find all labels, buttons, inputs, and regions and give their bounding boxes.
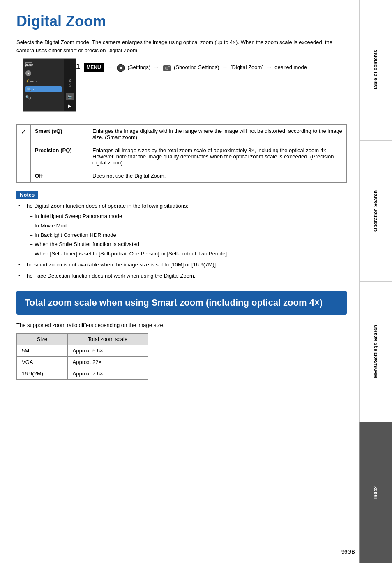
check-cell xyxy=(17,144,31,169)
table-row: VGA Approx. 22× xyxy=(17,357,148,368)
notes-label: Notes xyxy=(16,191,38,199)
option-name: Smart (sQ) xyxy=(31,125,88,144)
desired-mode: desired mode xyxy=(274,64,307,70)
size-cell: VGA xyxy=(17,357,68,368)
page-title: Digital Zoom xyxy=(16,12,347,30)
svg-point-8 xyxy=(166,67,168,69)
settings-label: (Settings) xyxy=(127,64,150,70)
camera-icon xyxy=(162,63,171,72)
list-item: In Backlight Correction HDR mode xyxy=(30,231,347,240)
notes-list: The Digital Zoom function does not opera… xyxy=(16,202,347,280)
option-description: Enlarges the image digitally within the … xyxy=(88,125,347,144)
svg-rect-9 xyxy=(165,65,168,66)
supported-text: The supported zoom ratio differs dependi… xyxy=(16,322,347,328)
section2-header: Total zoom scale when using Smart zoom (… xyxy=(16,291,347,315)
table-row: Off Does not use the Digital Zoom. xyxy=(17,169,347,183)
svg-rect-3 xyxy=(119,69,122,70)
svg-rect-10 xyxy=(168,66,170,67)
options-table: ✓ Smart (sQ) Enlarges the image digitall… xyxy=(16,124,347,183)
size-header: Size xyxy=(17,334,68,345)
check-cell xyxy=(17,169,31,183)
check-cell: ✓ xyxy=(17,125,31,144)
table-row: 5M Approx. 5.6× xyxy=(17,345,148,357)
table-header-row: Size Total zoom scale xyxy=(17,334,148,345)
settings-icon xyxy=(116,63,125,72)
list-item: The Digital Zoom function does not opera… xyxy=(18,202,347,258)
sidebar-tab-index[interactable]: Index xyxy=(359,422,392,563)
option-description: Does not use the Digital Zoom. xyxy=(88,169,347,183)
option-name: Off xyxy=(31,169,88,183)
option-description: Enlarges all image sizes by the total zo… xyxy=(88,144,347,169)
sidebar-tab-table-of-contents[interactable]: Table of contents xyxy=(359,0,392,141)
step-1-content: 1 MENU → (Settings) → xyxy=(76,63,347,72)
table-row: 16:9(2M) Approx. 7.6× xyxy=(17,368,148,380)
menu-icon-box: MENU xyxy=(84,63,103,72)
table-row: ✓ Smart (sQ) Enlarges the image digitall… xyxy=(17,125,347,144)
table-row: Precision (PQ) Enlarges all image sizes … xyxy=(17,144,347,169)
zoom-table: Size Total zoom scale 5M Approx. 5.6× VG… xyxy=(16,333,148,380)
list-item: When [Self-Timer] is set to [Self-portra… xyxy=(30,250,347,258)
list-item: In Intelligent Sweep Panorama mode xyxy=(30,212,347,221)
zoom-cell: Approx. 5.6× xyxy=(67,345,148,357)
sidebar-tab-menu-settings-search[interactable]: MENU/Settings Search xyxy=(359,282,392,422)
shooting-label: (Shooting Settings) xyxy=(174,64,219,70)
list-item: The Face Detection function does not wor… xyxy=(18,272,347,280)
step-1-row: MENU ● ⚡AUTO 🔍TT 🔍TT MO xyxy=(16,63,347,116)
section2-title: Total zoom scale when using Smart zoom (… xyxy=(25,297,339,309)
list-item: The smart zoom is not available when the… xyxy=(18,261,347,269)
right-sidebar: Table of contents Operation Search MENU/… xyxy=(359,0,392,563)
zoom-header: Total zoom scale xyxy=(67,334,148,345)
option-name: Precision (PQ) xyxy=(31,144,88,169)
sub-list: In Intelligent Sweep Panorama mode In Mo… xyxy=(23,212,347,258)
step-number: 1 xyxy=(76,63,80,71)
svg-rect-4 xyxy=(118,66,120,70)
page-number: 96GB xyxy=(341,549,355,555)
zoom-cell: Approx. 7.6× xyxy=(67,368,148,380)
size-cell: 16:9(2M) xyxy=(17,368,68,380)
sidebar-tab-operation-search[interactable]: Operation Search xyxy=(359,141,392,281)
svg-point-1 xyxy=(119,66,122,70)
check-icon: ✓ xyxy=(21,128,26,135)
list-item: In Movie Mode xyxy=(30,222,347,230)
list-item: When the Smile Shutter function is activ… xyxy=(30,240,347,249)
notes-section: Notes The Digital Zoom function does not… xyxy=(16,191,347,280)
svg-rect-5 xyxy=(122,66,123,70)
zoom-cell: Approx. 22× xyxy=(67,357,148,368)
svg-rect-2 xyxy=(119,65,122,67)
intro-text: Selects the Digital Zoom mode. The camer… xyxy=(16,38,347,54)
menu-screenshot: MENU ● ⚡AUTO 🔍TT 🔍TT MO xyxy=(23,58,76,112)
digital-zoom-path: [Digital Zoom] xyxy=(231,64,263,70)
size-cell: 5M xyxy=(17,345,68,357)
